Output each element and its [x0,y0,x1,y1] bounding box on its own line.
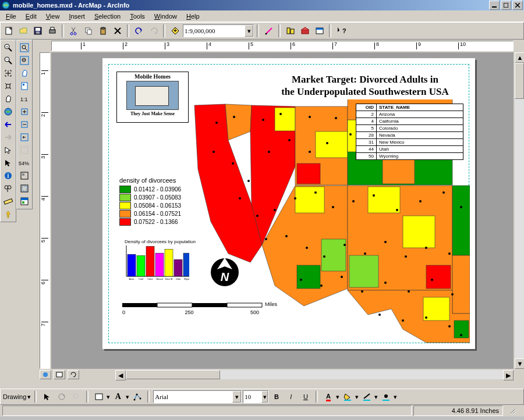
select-elements-icon[interactable] [40,390,54,403]
select-elements-icon[interactable] [2,156,15,169]
zoom-out-icon[interactable]: − [2,54,15,67]
density-bar-chart[interactable]: Density of divorcees by population Arizo… [119,239,201,280]
layout-canvas[interactable]: Mobile Homes They Just Make Sense Market… [51,52,514,369]
layout-pan-icon[interactable] [18,67,31,80]
new-text-icon[interactable]: A [111,390,125,403]
underline-icon[interactable]: U [299,390,312,403]
layout-view-tab[interactable] [54,370,65,379]
undo-icon[interactable] [132,24,146,37]
layout-fixed-zoom-in-icon[interactable] [18,105,31,118]
scroll-up-icon[interactable]: ▲ [515,52,524,63]
full-extent-icon[interactable] [2,105,15,118]
map-scale-input[interactable] [183,27,245,34]
zoom-percent-icon[interactable]: 54% [18,156,31,169]
delete-icon[interactable] [111,24,124,37]
dropdown-arrow-icon[interactable]: ▾ [232,391,241,403]
drawing-menu-arrow-icon[interactable]: ▾ [27,393,31,401]
table-row[interactable]: 31New Mexico [356,139,463,146]
rotate-icon[interactable] [55,390,68,403]
bold-icon[interactable]: B [270,390,283,403]
save-icon[interactable] [31,24,44,37]
north-arrow[interactable]: N [209,257,240,288]
print-icon[interactable] [45,24,59,37]
horizontal-scrollbar[interactable]: ◀ ▶ [115,370,514,379]
table-row[interactable]: 50Wyoming [356,153,463,160]
focus-data-frame-icon[interactable] [18,182,31,195]
maximize-button[interactable] [501,1,511,10]
fixed-zoom-out-icon[interactable] [2,80,15,92]
toggle-draft-icon[interactable] [18,169,31,182]
change-layout-icon[interactable] [18,195,31,208]
map-scale-selector[interactable]: ▾ [183,24,254,37]
font-color-icon[interactable]: A [321,390,335,403]
dropdown-arrow-icon[interactable]: ▾ [245,25,253,37]
hyperlink-icon[interactable] [2,208,15,220]
find-icon[interactable] [2,182,15,195]
menu-edit[interactable]: Edit [21,12,41,21]
menu-file[interactable]: File [1,12,21,21]
prev-extent-icon[interactable] [2,118,15,131]
menu-tools[interactable]: Tools [125,12,150,21]
copy-icon[interactable] [82,24,95,37]
close-button[interactable] [512,1,523,10]
zoom-whole-page-icon[interactable] [18,80,31,92]
context-help-icon[interactable]: ? [334,24,348,37]
dropdown-arrow-icon[interactable]: ▾ [261,391,268,403]
map-title[interactable]: Market Target: Divorced Adults in the Un… [254,73,476,98]
table-row[interactable]: 28Nevada [356,132,463,139]
scroll-right-icon[interactable]: ▶ [503,370,514,380]
vertical-scrollbar[interactable]: ▲ ▼ [515,52,524,369]
identify-icon[interactable]: i [2,169,15,182]
editor-toolbar-icon[interactable] [262,24,275,37]
data-frame[interactable]: Mobile Homes They Just Make Sense Market… [108,64,469,343]
zoom-100-icon[interactable]: 1:1 [18,92,31,105]
edit-vertices-icon[interactable] [130,390,144,403]
state-attribute-table[interactable]: OIDSTATE_NAME 2Arizona4California5Colora… [356,104,463,160]
line-color-icon[interactable] [360,390,373,403]
marker-color-icon[interactable] [379,390,392,403]
scroll-thumb[interactable] [126,370,220,379]
layout-fixed-zoom-out-icon[interactable] [18,118,31,131]
scroll-down-icon[interactable]: ▼ [515,358,524,369]
refresh-view-icon[interactable] [68,370,79,379]
table-row[interactable]: 4California [356,118,463,125]
italic-icon[interactable]: I [284,390,298,403]
arctoolbox-icon[interactable] [298,24,311,37]
layout-prev-extent-icon[interactable] [18,131,31,144]
cut-icon[interactable] [67,24,80,37]
fixed-zoom-in-icon[interactable] [2,67,15,80]
layout-zoom-in-icon[interactable] [18,41,31,54]
scroll-left-icon[interactable]: ◀ [115,370,126,380]
table-row[interactable]: 2Arizona [356,111,463,118]
table-row[interactable]: 5Colorado [356,125,463,132]
data-view-tab[interactable] [40,370,51,379]
layout-zoom-out-icon[interactable] [18,54,31,67]
font-size-selector[interactable]: ▾ [243,390,268,403]
select-features-icon[interactable] [2,144,15,156]
add-data-icon[interactable]: + [168,24,182,37]
pan-icon[interactable] [2,92,15,105]
scroll-thumb[interactable] [515,63,524,99]
map-legend[interactable]: density of divorcees 0.01412 - 0.039060.… [119,177,181,226]
scale-bar[interactable]: 0 250 500 Miles [119,300,265,318]
font-selector[interactable]: ▾ [153,390,242,403]
measure-icon[interactable] [2,195,15,208]
menu-window[interactable]: Window [150,12,182,21]
menu-help[interactable]: Help [182,12,204,21]
menu-view[interactable]: View [41,12,65,21]
layout-page[interactable]: Mobile Homes They Just Make Sense Market… [102,58,475,349]
logo-frame[interactable]: Mobile Homes They Just Make Sense [116,72,189,123]
new-rectangle-icon[interactable] [92,390,105,403]
command-line-icon[interactable] [313,24,326,37]
minimize-button[interactable] [489,1,500,10]
table-row[interactable]: 44Utah [356,146,463,153]
fill-color-icon[interactable] [341,390,354,403]
new-icon[interactable] [2,24,15,37]
menu-selection[interactable]: Selection [90,12,125,21]
resize-grip-icon[interactable] [505,406,520,415]
open-icon[interactable] [16,24,30,37]
arccatalog-icon[interactable] [284,24,297,37]
zoom-in-icon[interactable]: + [2,41,15,54]
menu-insert[interactable]: Insert [64,12,90,21]
paste-icon[interactable] [96,24,109,37]
